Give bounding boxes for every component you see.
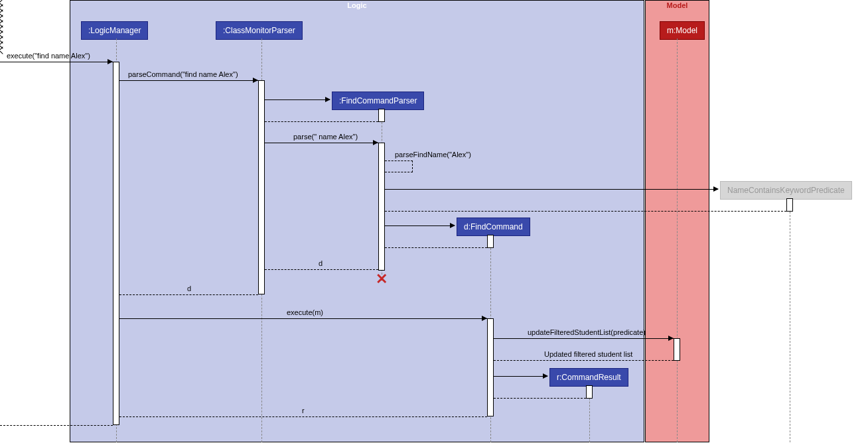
msg-parsefindname: parseFindName("Alex") <box>395 151 471 159</box>
msg-d1: d <box>319 259 323 267</box>
arrowhead-updatefiltered <box>668 336 674 341</box>
destroy-fcp: ✕ <box>376 271 388 288</box>
arrow-updatefiltered <box>494 338 674 339</box>
arrow-r <box>119 416 487 417</box>
arrow-return-cr <box>494 398 586 399</box>
lifeline-model <box>677 38 678 442</box>
lifeline-namepredicate <box>790 198 790 442</box>
arrow-d2 <box>119 294 258 295</box>
msg-d2: d <box>187 285 191 292</box>
participant-classmonitorparser: :ClassMonitorParser <box>216 21 303 40</box>
participant-findcommandparser: :FindCommandParser <box>332 92 424 110</box>
selfcall-parsefindname <box>385 160 413 172</box>
arrow-create-fc <box>385 225 455 226</box>
activation-model <box>674 338 680 361</box>
arrow-create-pred <box>385 189 718 190</box>
activation-findcommandparser-1 <box>378 109 385 122</box>
arrow-executem <box>119 318 487 319</box>
arrow-create-fcp <box>265 99 330 100</box>
arrow-return-fcp <box>265 121 378 122</box>
arrowhead-final <box>0 46 7 54</box>
activation-commandresult <box>586 385 593 399</box>
logic-frame-label: Logic <box>342 1 372 10</box>
msg-updatedlist: Updated filtered student list <box>544 350 632 358</box>
activation-findcommandparser-2 <box>378 143 385 271</box>
arrowhead-create-fcp <box>325 97 330 102</box>
msg-updatefiltered: updateFilteredStudentList(predicate) <box>528 328 646 336</box>
arrowhead-executem <box>482 316 487 321</box>
activation-classmonitorparser <box>258 80 265 294</box>
model-frame-label: Model <box>662 1 693 10</box>
msg-execute1: execute("find name Alex") <box>7 52 90 60</box>
arrow-parsecommand <box>119 80 258 81</box>
arrowhead-execute1 <box>108 59 113 64</box>
arrow-return-fc <box>385 247 487 248</box>
msg-executem: execute(m) <box>287 308 323 316</box>
activation-findcommand-2 <box>487 318 494 416</box>
arrow-updatedlist <box>494 360 674 361</box>
activation-findcommand-1 <box>487 235 494 248</box>
arrow-final <box>0 425 113 426</box>
activation-logicmanager <box>113 62 119 425</box>
msg-r: r <box>302 407 305 414</box>
activation-namepredicate <box>786 198 793 212</box>
arrowhead-parse <box>373 140 378 145</box>
arrow-d1 <box>265 269 378 270</box>
arrowhead-create-cr <box>543 373 548 379</box>
msg-parse: parse(" name Alex") <box>293 133 358 141</box>
arrowhead-create-fc <box>450 223 455 228</box>
arrow-execute1 <box>0 62 113 62</box>
arrow-return-pred <box>385 211 786 212</box>
msg-parsecommand: parseCommand("find name Alex") <box>128 70 238 78</box>
participant-commandresult: r:CommandResult <box>549 368 628 387</box>
arrowhead-parsecommand <box>253 78 258 83</box>
participant-model: m:Model <box>660 21 705 40</box>
arrow-parse <box>265 143 378 143</box>
participant-findcommand: d:FindCommand <box>457 218 530 236</box>
arrowhead-create-pred <box>713 186 719 192</box>
participant-logicmanager: :LogicManager <box>81 21 148 40</box>
arrow-create-cr <box>494 376 547 377</box>
participant-namepredicate: NameContainsKeywordPredicate <box>720 181 852 200</box>
